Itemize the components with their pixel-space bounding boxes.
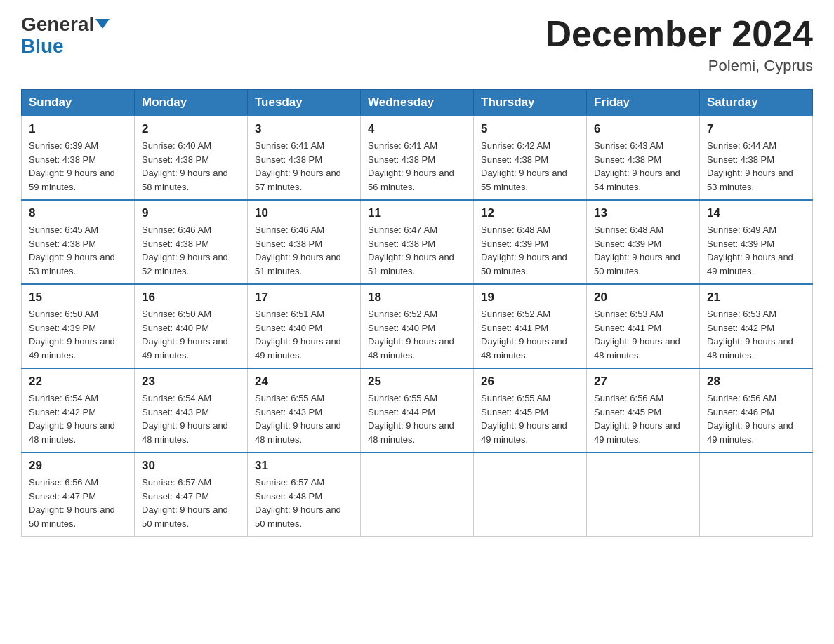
day-number: 27 (594, 375, 692, 389)
day-info: Sunrise: 6:55 AMSunset: 4:43 PMDaylight:… (255, 391, 353, 446)
calendar-cell: 3Sunrise: 6:41 AMSunset: 4:38 PMDaylight… (248, 116, 361, 200)
day-info: Sunrise: 6:55 AMSunset: 4:44 PMDaylight:… (368, 391, 466, 446)
header-monday: Monday (135, 90, 248, 116)
calendar-cell: 21Sunrise: 6:53 AMSunset: 4:42 PMDayligh… (700, 284, 813, 368)
day-number: 7 (707, 122, 805, 136)
calendar-cell: 2Sunrise: 6:40 AMSunset: 4:38 PMDaylight… (135, 116, 248, 200)
day-number: 25 (368, 375, 466, 389)
day-number: 13 (594, 206, 692, 220)
day-info: Sunrise: 6:51 AMSunset: 4:40 PMDaylight:… (255, 307, 353, 362)
logo: General Blue (21, 14, 110, 58)
calendar-table: Sunday Monday Tuesday Wednesday Thursday… (21, 89, 813, 537)
header-right: December 2024 Polemi, Cyprus (545, 14, 813, 75)
header-saturday: Saturday (700, 90, 813, 116)
month-title: December 2024 (545, 14, 813, 54)
day-number: 16 (142, 290, 240, 304)
header-sunday: Sunday (22, 90, 135, 116)
calendar-cell: 8Sunrise: 6:45 AMSunset: 4:38 PMDaylight… (22, 200, 135, 284)
day-info: Sunrise: 6:57 AMSunset: 4:47 PMDaylight:… (142, 476, 240, 530)
day-info: Sunrise: 6:50 AMSunset: 4:39 PMDaylight:… (29, 307, 127, 362)
calendar-cell: 14Sunrise: 6:49 AMSunset: 4:39 PMDayligh… (700, 200, 813, 284)
day-info: Sunrise: 6:44 AMSunset: 4:38 PMDaylight:… (707, 139, 805, 194)
day-number: 20 (594, 290, 692, 304)
day-number: 5 (481, 122, 579, 136)
calendar-header-row: Sunday Monday Tuesday Wednesday Thursday… (22, 90, 813, 116)
calendar-cell (700, 452, 813, 537)
day-info: Sunrise: 6:46 AMSunset: 4:38 PMDaylight:… (142, 223, 240, 278)
day-number: 1 (29, 122, 127, 136)
day-number: 9 (142, 206, 240, 220)
day-info: Sunrise: 6:42 AMSunset: 4:38 PMDaylight:… (481, 139, 579, 194)
day-info: Sunrise: 6:43 AMSunset: 4:38 PMDaylight:… (594, 139, 692, 194)
day-number: 24 (255, 375, 353, 389)
day-info: Sunrise: 6:45 AMSunset: 4:38 PMDaylight:… (29, 223, 127, 278)
calendar-cell: 19Sunrise: 6:52 AMSunset: 4:41 PMDayligh… (474, 284, 587, 368)
calendar-cell (587, 452, 700, 537)
day-info: Sunrise: 6:41 AMSunset: 4:38 PMDaylight:… (255, 139, 353, 194)
logo-triangle-icon (95, 19, 110, 29)
day-number: 3 (255, 122, 353, 136)
page-header: General Blue December 2024 Polemi, Cypru… (21, 14, 813, 75)
day-number: 30 (142, 459, 240, 473)
day-info: Sunrise: 6:50 AMSunset: 4:40 PMDaylight:… (142, 307, 240, 362)
calendar-cell: 1Sunrise: 6:39 AMSunset: 4:38 PMDaylight… (22, 116, 135, 200)
day-number: 11 (368, 206, 466, 220)
calendar-cell: 12Sunrise: 6:48 AMSunset: 4:39 PMDayligh… (474, 200, 587, 284)
week-row-2: 8Sunrise: 6:45 AMSunset: 4:38 PMDaylight… (22, 200, 813, 284)
calendar-cell: 16Sunrise: 6:50 AMSunset: 4:40 PMDayligh… (135, 284, 248, 368)
day-number: 4 (368, 122, 466, 136)
day-number: 14 (707, 206, 805, 220)
calendar-cell: 4Sunrise: 6:41 AMSunset: 4:38 PMDaylight… (361, 116, 474, 200)
week-row-3: 15Sunrise: 6:50 AMSunset: 4:39 PMDayligh… (22, 284, 813, 368)
day-info: Sunrise: 6:57 AMSunset: 4:48 PMDaylight:… (255, 476, 353, 530)
calendar-cell: 30Sunrise: 6:57 AMSunset: 4:47 PMDayligh… (135, 452, 248, 537)
week-row-4: 22Sunrise: 6:54 AMSunset: 4:42 PMDayligh… (22, 368, 813, 452)
day-info: Sunrise: 6:49 AMSunset: 4:39 PMDaylight:… (707, 223, 805, 278)
day-info: Sunrise: 6:54 AMSunset: 4:42 PMDaylight:… (29, 391, 127, 446)
calendar-cell: 27Sunrise: 6:56 AMSunset: 4:45 PMDayligh… (587, 368, 700, 452)
logo-blue: Blue (21, 35, 64, 57)
day-info: Sunrise: 6:39 AMSunset: 4:38 PMDaylight:… (29, 139, 127, 194)
logo-general: General (21, 13, 94, 35)
calendar-cell (474, 452, 587, 537)
calendar-cell: 6Sunrise: 6:43 AMSunset: 4:38 PMDaylight… (587, 116, 700, 200)
day-number: 29 (29, 459, 127, 473)
day-number: 6 (594, 122, 692, 136)
day-info: Sunrise: 6:47 AMSunset: 4:38 PMDaylight:… (368, 223, 466, 278)
calendar-cell: 31Sunrise: 6:57 AMSunset: 4:48 PMDayligh… (248, 452, 361, 537)
day-number: 31 (255, 459, 353, 473)
day-info: Sunrise: 6:41 AMSunset: 4:38 PMDaylight:… (368, 139, 466, 194)
calendar-cell (361, 452, 474, 537)
calendar-cell: 11Sunrise: 6:47 AMSunset: 4:38 PMDayligh… (361, 200, 474, 284)
day-number: 10 (255, 206, 353, 220)
calendar-cell: 22Sunrise: 6:54 AMSunset: 4:42 PMDayligh… (22, 368, 135, 452)
day-number: 28 (707, 375, 805, 389)
calendar-cell: 15Sunrise: 6:50 AMSunset: 4:39 PMDayligh… (22, 284, 135, 368)
day-info: Sunrise: 6:55 AMSunset: 4:45 PMDaylight:… (481, 391, 579, 446)
calendar-cell: 9Sunrise: 6:46 AMSunset: 4:38 PMDaylight… (135, 200, 248, 284)
day-info: Sunrise: 6:52 AMSunset: 4:40 PMDaylight:… (368, 307, 466, 362)
calendar-cell: 24Sunrise: 6:55 AMSunset: 4:43 PMDayligh… (248, 368, 361, 452)
day-number: 2 (142, 122, 240, 136)
day-info: Sunrise: 6:56 AMSunset: 4:45 PMDaylight:… (594, 391, 692, 446)
calendar-cell: 5Sunrise: 6:42 AMSunset: 4:38 PMDaylight… (474, 116, 587, 200)
day-info: Sunrise: 6:53 AMSunset: 4:42 PMDaylight:… (707, 307, 805, 362)
day-info: Sunrise: 6:56 AMSunset: 4:46 PMDaylight:… (707, 391, 805, 446)
day-info: Sunrise: 6:48 AMSunset: 4:39 PMDaylight:… (481, 223, 579, 278)
day-info: Sunrise: 6:48 AMSunset: 4:39 PMDaylight:… (594, 223, 692, 278)
day-number: 22 (29, 375, 127, 389)
day-number: 12 (481, 206, 579, 220)
day-number: 26 (481, 375, 579, 389)
header-wednesday: Wednesday (361, 90, 474, 116)
day-number: 8 (29, 206, 127, 220)
calendar-cell: 10Sunrise: 6:46 AMSunset: 4:38 PMDayligh… (248, 200, 361, 284)
calendar-cell: 28Sunrise: 6:56 AMSunset: 4:46 PMDayligh… (700, 368, 813, 452)
day-info: Sunrise: 6:53 AMSunset: 4:41 PMDaylight:… (594, 307, 692, 362)
calendar-cell: 20Sunrise: 6:53 AMSunset: 4:41 PMDayligh… (587, 284, 700, 368)
day-number: 21 (707, 290, 805, 304)
day-number: 19 (481, 290, 579, 304)
calendar-cell: 18Sunrise: 6:52 AMSunset: 4:40 PMDayligh… (361, 284, 474, 368)
day-info: Sunrise: 6:40 AMSunset: 4:38 PMDaylight:… (142, 139, 240, 194)
calendar-cell: 7Sunrise: 6:44 AMSunset: 4:38 PMDaylight… (700, 116, 813, 200)
header-friday: Friday (587, 90, 700, 116)
